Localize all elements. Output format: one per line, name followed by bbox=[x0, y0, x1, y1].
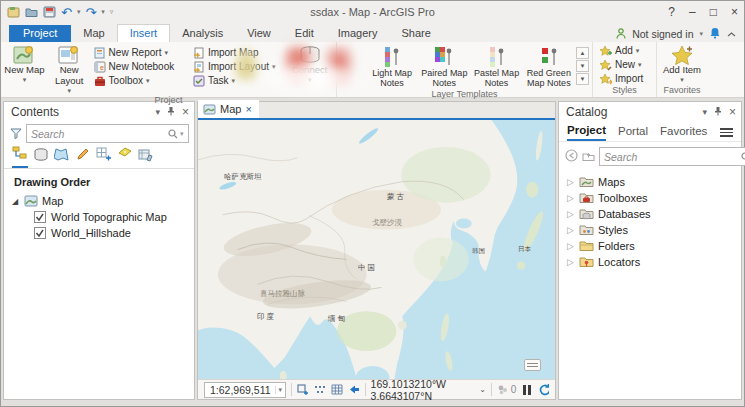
filter-icon[interactable] bbox=[10, 125, 22, 143]
list-by-drawing-order-icon[interactable] bbox=[12, 145, 28, 168]
notifications-bell-icon[interactable] bbox=[709, 27, 721, 41]
layer-row[interactable]: World_Hillshade bbox=[4, 225, 194, 241]
checkbox-checked-icon[interactable] bbox=[34, 227, 46, 239]
catalog-search[interactable]: ▾ bbox=[599, 147, 745, 166]
panel-menu-icon[interactable]: ▾ bbox=[702, 107, 707, 117]
expand-arrow-icon[interactable]: ▷ bbox=[567, 177, 575, 187]
catalog-search-input[interactable] bbox=[604, 151, 741, 163]
contents-search-input[interactable] bbox=[31, 128, 168, 140]
expand-arrow-icon[interactable]: ▷ bbox=[567, 257, 575, 267]
map-tree-item[interactable]: ◢ Map bbox=[4, 193, 194, 209]
undo-caret-icon[interactable]: ▾ bbox=[77, 8, 81, 16]
selection-count[interactable]: 0 bbox=[497, 384, 517, 395]
tab-map[interactable]: Map bbox=[71, 25, 116, 42]
maximize-button[interactable]: □ bbox=[710, 5, 717, 19]
tab-share[interactable]: Share bbox=[390, 25, 443, 42]
selection-count-icon bbox=[497, 384, 509, 395]
list-by-labeling-icon[interactable] bbox=[117, 147, 133, 168]
coordinates-display[interactable]: 169.1013210°W 3.6643107°N ⌄ bbox=[371, 378, 486, 402]
minimize-button[interactable]: – bbox=[689, 5, 696, 19]
tab-insert[interactable]: Insert bbox=[117, 24, 171, 42]
catalog-item-styles[interactable]: ▷ Styles bbox=[559, 222, 741, 238]
help-button[interactable]: ? bbox=[668, 5, 675, 19]
close-panel-icon[interactable]: × bbox=[182, 105, 189, 119]
new-project-icon[interactable] bbox=[7, 6, 20, 18]
map-canvas[interactable]: 哈萨克斯坦 蒙 古 戈壁沙漠 中 国 喜马拉雅山脉 印 度 缅 甸 韩国 日本 bbox=[198, 120, 555, 379]
task-button[interactable]: Task▾ bbox=[193, 74, 284, 87]
add-style-button[interactable]: Add▾ bbox=[599, 44, 639, 57]
catalog-tab-project[interactable]: Project bbox=[567, 124, 606, 141]
pin-icon[interactable] bbox=[714, 105, 722, 119]
expand-arrow-icon[interactable]: ▷ bbox=[567, 193, 575, 203]
refresh-icon[interactable] bbox=[538, 383, 549, 396]
list-by-editing-icon[interactable] bbox=[75, 147, 91, 168]
new-style-button[interactable]: New▾ bbox=[599, 58, 642, 71]
signin-caret-icon[interactable]: ▾ bbox=[699, 30, 703, 38]
import-map-button[interactable]: Import Map bbox=[193, 46, 284, 59]
dotted-grid-icon[interactable] bbox=[314, 384, 326, 395]
list-by-snapping-icon[interactable] bbox=[96, 147, 112, 168]
new-notebook-button[interactable]: e New Notebook bbox=[94, 60, 191, 73]
panel-menu-icon[interactable]: ▾ bbox=[155, 107, 160, 117]
new-report-button[interactable]: New Report▾ bbox=[94, 46, 191, 59]
tab-edit[interactable]: Edit bbox=[283, 25, 326, 42]
import-layout-button[interactable]: Import Layout▾ bbox=[193, 60, 284, 73]
close-panel-icon[interactable]: × bbox=[729, 105, 736, 119]
signin-status[interactable]: Not signed in bbox=[632, 28, 693, 40]
menu-icon[interactable] bbox=[720, 128, 733, 137]
pastel-map-notes-button[interactable]: Pastel Map Notes bbox=[472, 44, 522, 89]
red-green-map-notes-button[interactable]: Red Green Map Notes bbox=[524, 44, 574, 89]
gallery-up-icon[interactable]: ▲ bbox=[576, 47, 589, 59]
catalog-item-toolboxes[interactable]: ▷ Toolboxes bbox=[559, 190, 741, 206]
blue-arrow-icon[interactable] bbox=[348, 384, 360, 395]
group-label-styles: Styles bbox=[593, 85, 656, 97]
add-item-button[interactable]: Add Item▾ bbox=[660, 44, 704, 84]
square-plus-icon[interactable] bbox=[297, 384, 309, 395]
catalog-item-folders[interactable]: ▷ Folders bbox=[559, 238, 741, 254]
layer-row[interactable]: World Topographic Map bbox=[4, 209, 194, 225]
gallery-down-icon[interactable]: ▼ bbox=[576, 60, 589, 72]
toolbox-button[interactable]: Toolbox▾ bbox=[94, 74, 191, 87]
tab-imagery[interactable]: Imagery bbox=[326, 25, 390, 42]
gallery-expand-icon[interactable]: ▼ bbox=[576, 73, 589, 85]
attribution-icon[interactable] bbox=[524, 359, 541, 371]
customize-toolbar-icon[interactable]: ▿ bbox=[110, 8, 114, 16]
close-button[interactable]: × bbox=[731, 5, 738, 19]
minimize-ribbon-icon[interactable] bbox=[727, 28, 736, 40]
catalog-item-locators[interactable]: ▷ Locators bbox=[559, 254, 741, 270]
catalog-item-databases[interactable]: ▷ Databases bbox=[559, 206, 741, 222]
up-one-level-icon[interactable] bbox=[582, 148, 595, 166]
checkbox-checked-icon[interactable] bbox=[34, 211, 46, 223]
import-style-button[interactable]: Import bbox=[599, 72, 643, 85]
expanded-arrow-icon[interactable]: ◢ bbox=[12, 197, 20, 206]
list-by-selection-icon[interactable] bbox=[54, 147, 70, 168]
redo-caret-icon[interactable]: ▾ bbox=[101, 8, 105, 16]
connect-button[interactable]: Connect▾ bbox=[286, 44, 333, 84]
expand-arrow-icon[interactable]: ▷ bbox=[567, 225, 575, 235]
paired-map-notes-button[interactable]: Paired Map Notes bbox=[419, 44, 469, 89]
contents-search[interactable]: ▾ bbox=[26, 124, 189, 143]
back-icon[interactable] bbox=[565, 148, 578, 166]
expand-arrow-icon[interactable]: ▷ bbox=[567, 241, 575, 251]
save-icon[interactable] bbox=[43, 6, 56, 18]
pin-icon[interactable] bbox=[167, 105, 175, 119]
undo-icon[interactable]: ↶ bbox=[61, 6, 72, 19]
tab-view[interactable]: View bbox=[235, 25, 283, 42]
catalog-tab-portal[interactable]: Portal bbox=[618, 125, 648, 140]
list-by-charts-icon[interactable] bbox=[138, 147, 154, 168]
expand-arrow-icon[interactable]: ▷ bbox=[567, 209, 575, 219]
open-project-icon[interactable] bbox=[25, 6, 38, 18]
catalog-item-maps[interactable]: ▷ Maps bbox=[559, 174, 741, 190]
new-layout-button[interactable]: New Layout▾ bbox=[47, 44, 92, 95]
light-map-notes-button[interactable]: Light Map Notes bbox=[367, 44, 417, 89]
scale-combobox[interactable]: 1:62,969,511 ▾ bbox=[204, 382, 286, 398]
pause-drawing-icon[interactable] bbox=[523, 385, 531, 395]
catalog-tab-favorites[interactable]: Favorites bbox=[660, 125, 707, 140]
grid-icon[interactable] bbox=[331, 384, 343, 395]
tab-project[interactable]: Project bbox=[9, 25, 71, 42]
list-by-data-source-icon[interactable] bbox=[33, 147, 49, 168]
tab-analysis[interactable]: Analysis bbox=[170, 25, 235, 42]
import-layout-icon bbox=[193, 61, 205, 73]
redo-icon[interactable]: ↷ bbox=[85, 6, 96, 19]
new-map-button[interactable]: New Map▾ bbox=[4, 44, 45, 84]
